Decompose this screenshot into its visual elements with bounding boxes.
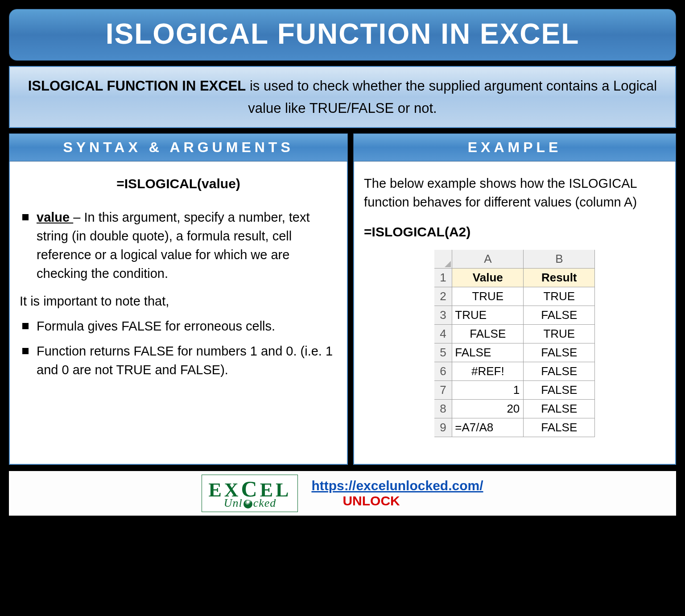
row-num: 7 bbox=[434, 381, 452, 400]
columns: SYNTAX & ARGUMENTS =ISLOGICAL(value) val… bbox=[9, 133, 676, 465]
row-num: 4 bbox=[434, 325, 452, 343]
cell: FALSE bbox=[524, 381, 595, 400]
cell: Result bbox=[524, 269, 595, 287]
table-row: 9 =A7/A8 FALSE bbox=[434, 418, 595, 437]
row-num: 8 bbox=[434, 400, 452, 418]
table-corner bbox=[434, 250, 452, 269]
table-row: 2 TRUE TRUE bbox=[434, 287, 595, 306]
arg-name: value bbox=[37, 210, 73, 224]
cell: Value bbox=[452, 269, 524, 287]
logo: EXCEL Unlcked bbox=[202, 475, 298, 512]
row-num: 9 bbox=[434, 418, 452, 437]
cell: 1 bbox=[452, 381, 524, 400]
row-num: 5 bbox=[434, 343, 452, 362]
title-bar: ISLOGICAL FUNCTION IN EXCEL bbox=[9, 9, 676, 61]
intro-bar: ISLOGICAL FUNCTION IN EXCEL is used to c… bbox=[9, 66, 676, 128]
col-b-head: B bbox=[524, 250, 595, 269]
cell: FALSE bbox=[524, 418, 595, 437]
note2: Function returns FALSE for numbers 1 and… bbox=[37, 342, 337, 379]
col-a-head: A bbox=[452, 250, 524, 269]
keyhole-icon bbox=[243, 500, 252, 509]
example-body: The below example shows how the ISLOGICA… bbox=[353, 161, 676, 465]
col-header-row: A B bbox=[434, 250, 595, 269]
table-row: 1 Value Result bbox=[434, 269, 595, 287]
unlock-text: UNLOCK bbox=[342, 493, 483, 509]
footer-links: https://excelunlocked.com/ UNLOCK bbox=[311, 478, 483, 509]
square-bullet-icon bbox=[22, 348, 29, 354]
arg-bullet: value – In this argument, specify a numb… bbox=[20, 208, 337, 283]
arg-desc: – In this argument, specify a number, te… bbox=[37, 210, 310, 281]
excel-table: A B 1 Value Result 2 TRUE TRUE bbox=[434, 250, 595, 438]
syntax-column: SYNTAX & ARGUMENTS =ISLOGICAL(value) val… bbox=[9, 133, 348, 465]
syntax-formula: =ISLOGICAL(value) bbox=[20, 174, 337, 194]
table-row: 8 20 FALSE bbox=[434, 400, 595, 418]
arg-text: value – In this argument, specify a numb… bbox=[37, 208, 337, 283]
table-row: 5 FALSE FALSE bbox=[434, 343, 595, 362]
note-lead: It is important to note that, bbox=[20, 292, 337, 310]
site-link[interactable]: https://excelunlocked.com/ bbox=[311, 478, 483, 493]
cell: TRUE bbox=[524, 325, 595, 343]
infographic-container: ISLOGICAL FUNCTION IN EXCEL ISLOGICAL FU… bbox=[9, 9, 676, 516]
row-num: 1 bbox=[434, 269, 452, 287]
cell: FALSE bbox=[524, 362, 595, 381]
square-bullet-icon bbox=[22, 214, 29, 220]
excel-table-wrap: A B 1 Value Result 2 TRUE TRUE bbox=[364, 250, 665, 438]
cell: FALSE bbox=[524, 306, 595, 325]
cell: FALSE bbox=[452, 325, 524, 343]
intro-text: is used to check whether the supplied ar… bbox=[246, 78, 657, 116]
footer: EXCEL Unlcked https://excelunlocked.com/… bbox=[9, 471, 676, 516]
logo-top: EXCEL bbox=[208, 478, 291, 500]
table-row: 7 1 FALSE bbox=[434, 381, 595, 400]
table-row: 3 TRUE FALSE bbox=[434, 306, 595, 325]
page-title: ISLOGICAL FUNCTION IN EXCEL bbox=[9, 17, 676, 50]
row-num: 3 bbox=[434, 306, 452, 325]
example-formula: =ISLOGICAL(A2) bbox=[364, 222, 665, 242]
syntax-body: =ISLOGICAL(value) value – In this argume… bbox=[9, 161, 348, 465]
table-row: 4 FALSE TRUE bbox=[434, 325, 595, 343]
cell: #REF! bbox=[452, 362, 524, 381]
row-num: 6 bbox=[434, 362, 452, 381]
note1: Formula gives FALSE for erroneous cells. bbox=[37, 317, 275, 335]
cell: TRUE bbox=[524, 287, 595, 306]
example-header: EXAMPLE bbox=[353, 133, 676, 161]
cell: FALSE bbox=[524, 400, 595, 418]
cell: TRUE bbox=[452, 306, 524, 325]
square-bullet-icon bbox=[22, 323, 29, 329]
note-bullet-2: Function returns FALSE for numbers 1 and… bbox=[20, 342, 337, 379]
note-bullet-1: Formula gives FALSE for erroneous cells. bbox=[20, 317, 337, 335]
intro-bold: ISLOGICAL FUNCTION IN EXCEL bbox=[28, 78, 246, 94]
cell: =A7/A8 bbox=[452, 418, 524, 437]
row-num: 2 bbox=[434, 287, 452, 306]
syntax-header: SYNTAX & ARGUMENTS bbox=[9, 133, 348, 161]
cell: TRUE bbox=[452, 287, 524, 306]
cell: FALSE bbox=[524, 343, 595, 362]
example-column: EXAMPLE The below example shows how the … bbox=[353, 133, 676, 465]
cell: FALSE bbox=[452, 343, 524, 362]
cell: 20 bbox=[452, 400, 524, 418]
table-row: 6 #REF! FALSE bbox=[434, 362, 595, 381]
example-intro: The below example shows how the ISLOGICA… bbox=[364, 174, 665, 211]
